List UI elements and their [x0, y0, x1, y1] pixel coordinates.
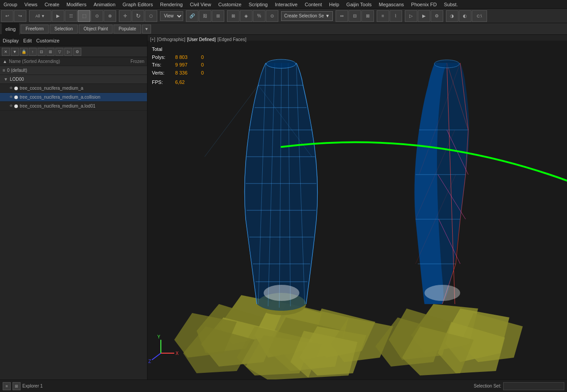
layer-item[interactable]: ≡ 0 (default)	[0, 66, 147, 75]
lod00-group[interactable]: ▼ LOD00	[0, 75, 147, 84]
se-sort-type-button[interactable]: ⊟	[38, 48, 46, 56]
angle-snap-button[interactable]: ◈	[240, 10, 252, 22]
populate-tab[interactable]: Populate	[113, 25, 141, 33]
link-button[interactable]: 🔗	[186, 10, 198, 22]
lod00-icon: ▼	[4, 77, 8, 82]
select-move-button[interactable]: ✛	[119, 10, 131, 22]
select-by-name-button[interactable]: ☷	[65, 10, 77, 22]
status-toggle-btn[interactable]: ⊞	[13, 382, 21, 390]
selection-set-input[interactable]	[503, 382, 564, 390]
lasso-select-button[interactable]: ⊙	[91, 10, 103, 22]
render-button[interactable]: ▶	[418, 10, 430, 22]
menu-megascans[interactable]: Megascans	[375, 1, 407, 8]
modeling-label: eling	[2, 23, 20, 35]
undo-button[interactable]: ↩	[1, 10, 13, 22]
tree-item-main[interactable]: 👁 tree_cocos_nucifera_medium_a	[0, 84, 147, 93]
percent-snap-button[interactable]: %	[253, 10, 265, 22]
toolbar-separator-8	[374, 10, 376, 22]
se-settings-button[interactable]: ⚙	[73, 48, 81, 56]
collision-icons: 👁	[9, 95, 18, 100]
se-filter-button[interactable]: ▼	[11, 48, 19, 56]
align-view-button[interactable]: ⊠	[361, 10, 374, 22]
create-selection-set-button[interactable]: Create Selection Se ▼	[281, 11, 333, 21]
viewport-panel[interactable]: [+] [Orthographic] [User Defined] [Edged…	[147, 35, 567, 379]
scene-list[interactable]: ≡ 0 (default) ▼ LOD00 👁 tree_cocos_nucif…	[0, 66, 147, 379]
menu-customize[interactable]: Customize	[214, 1, 245, 8]
item-icons: 👁	[9, 86, 18, 91]
customize-tab[interactable]: Customize	[36, 38, 59, 43]
toolbar-separator-6	[279, 10, 281, 22]
menu-interactive[interactable]: Interactive	[271, 1, 301, 8]
se-hierarchy-button[interactable]: ⊞	[46, 48, 55, 56]
snap-toggle-button[interactable]: ⊠	[227, 10, 239, 22]
unlink-button[interactable]: ⛓	[199, 10, 211, 22]
align-button[interactable]: ⊟	[349, 10, 361, 22]
menu-views[interactable]: Views	[21, 1, 41, 8]
select-filter-dropdown[interactable]: All ▼	[29, 10, 51, 22]
tree-item-lod01[interactable]: 👁 tree_cocos_nucifera_medium_a.lod01	[0, 102, 147, 111]
menu-scripting[interactable]: Scripting	[245, 1, 271, 8]
toolbar-separator-9	[403, 10, 404, 22]
menu-create[interactable]: Create	[41, 1, 63, 8]
mirror-button[interactable]: ⇔	[336, 10, 348, 22]
layer-name: 0 (default)	[7, 68, 27, 73]
main-toolbar: ↩ ↪ All ▼ ▶ ☷ ⬚ ⊙ ⊕ ✛ ↻ ⬡ View 🔗 ⛓ ⊞ ⊠ ◈…	[0, 9, 567, 23]
layer-manager-button[interactable]: ≡	[377, 10, 389, 22]
display-tab[interactable]: Display	[3, 38, 19, 43]
frozen-label: Frozen	[130, 59, 144, 64]
menu-civil-view[interactable]: Civil View	[186, 1, 214, 8]
spinner-snap-button[interactable]: ⊙	[266, 10, 278, 22]
open-render-button[interactable]: ▷	[405, 10, 417, 22]
select-object-button[interactable]: ▶	[52, 10, 64, 22]
create-selection-set-label: Create Selection Se	[284, 13, 324, 18]
tree-item-collision[interactable]: 👁 tree_cocos_nucifera_medium_a.collision	[0, 93, 147, 102]
menu-animation[interactable]: Animation	[90, 1, 119, 8]
status-bar: ≡ ⊞ Explorer 1 Selection Set:	[0, 379, 567, 392]
se-sort-name-button[interactable]: ↑	[29, 48, 37, 56]
menu-rendering[interactable]: Rendering	[156, 1, 186, 8]
render-settings-button[interactable]: ⚙	[431, 10, 443, 22]
slate-editor-button[interactable]: ◐	[459, 10, 471, 22]
se-lock-button[interactable]: 🔒	[20, 48, 28, 56]
menu-graph-editors[interactable]: Graph Editors	[119, 1, 156, 8]
layer-icon: ≡	[3, 68, 5, 73]
redo-button[interactable]: ↪	[14, 10, 26, 22]
se-close-button[interactable]: ✕	[2, 48, 10, 56]
menu-modifiers[interactable]: Modifiers	[63, 1, 90, 8]
explorer-label: Explorer 1	[22, 384, 43, 388]
lod01-icons: 👁	[9, 104, 18, 108]
material-editor-button[interactable]: ◑	[446, 10, 458, 22]
view-dropdown[interactable]: View	[160, 11, 183, 21]
selection-set-label: Selection Set:	[474, 384, 501, 388]
status-layer-btn[interactable]: ≡	[3, 382, 11, 390]
se-collapse-button[interactable]: ▷	[64, 48, 72, 56]
menu-phoenix-fd[interactable]: Phoenix FD	[407, 1, 440, 8]
curve-editor-button[interactable]: ⌇	[390, 10, 402, 22]
svg-point-58	[424, 285, 460, 301]
object-paint-tab[interactable]: Object Paint	[79, 25, 113, 33]
scene-explorer-header: Display Edit Customize	[0, 35, 147, 46]
extra-tools-button[interactable]: C:\	[472, 10, 487, 22]
ribbon-toolbar: eling Freeform Selection Object Paint Po…	[0, 23, 567, 35]
select-rotate-button[interactable]: ↻	[132, 10, 144, 22]
menu-subst[interactable]: Subst.	[441, 1, 462, 8]
rectangular-select-button[interactable]: ⬚	[78, 10, 90, 22]
select-scale-button[interactable]: ⬡	[145, 10, 157, 22]
menu-help[interactable]: Help	[325, 1, 343, 8]
menu-bar: Group Views Create Modifiers Animation G…	[0, 0, 567, 9]
freeform-tab[interactable]: Freeform	[21, 25, 49, 33]
menu-group[interactable]: Group	[0, 1, 21, 8]
edit-tab[interactable]: Edit	[23, 38, 32, 43]
create-selection-dropdown-icon: ▼	[325, 13, 330, 18]
svg-point-59	[434, 60, 459, 68]
menu-content[interactable]: Content	[301, 1, 326, 8]
selection-tab[interactable]: Selection	[50, 25, 78, 33]
paint-select-button[interactable]: ⊕	[104, 10, 116, 22]
dot-icon-collision	[14, 96, 18, 99]
bind-button[interactable]: ⊞	[212, 10, 224, 22]
ribbon-extra-button[interactable]: ▼	[142, 25, 151, 33]
menu-gaijin-tools[interactable]: Gaijin Tools	[343, 1, 375, 8]
toolbar-separator-5	[225, 10, 227, 22]
se-expand-button[interactable]: ▽	[55, 48, 63, 56]
sort-arrow-icon: ▲	[3, 59, 7, 64]
